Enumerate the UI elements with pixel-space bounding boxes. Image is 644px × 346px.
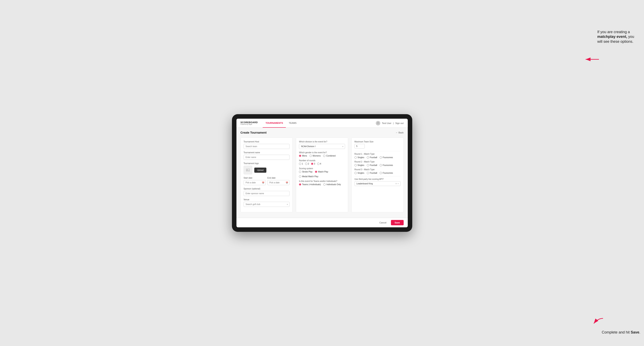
sponsor-group: Sponsor (optional) (244, 188, 290, 196)
scoring-match-radio[interactable] (315, 171, 317, 173)
round2-options: Singles Fourball Foursomes (354, 164, 400, 166)
r3-foursomes[interactable]: Foursomes (380, 172, 393, 174)
r3-singles[interactable]: Singles (354, 172, 364, 174)
cancel-button[interactable]: Cancel (377, 220, 389, 225)
scoring-stroke-radio[interactable] (299, 171, 301, 173)
division-label: Which division is the event for? (299, 141, 345, 143)
gender-womens-label: Womens (313, 155, 321, 157)
nav-tabs: TOURNAMENTS TEAMS (263, 119, 376, 128)
division-select[interactable]: NCAA Division I (299, 144, 345, 149)
end-date-label: End date (268, 177, 290, 179)
round1-label: Round 1 - Match Type (354, 153, 400, 155)
round1-match-type: Round 1 - Match Type Singles Fourball (354, 153, 400, 159)
rounds-group: Number of rounds 1 2 (299, 159, 345, 165)
dates-group: Start date 📅 End date (244, 177, 290, 185)
r3-foursomes-radio[interactable] (380, 172, 382, 174)
tournament-name-group: Tournament name (244, 152, 290, 160)
round-4-radio[interactable] (317, 163, 320, 165)
avatar (376, 121, 380, 125)
r1-foursomes-radio[interactable] (380, 156, 382, 159)
round-3-radio[interactable] (311, 163, 313, 165)
venue-input[interactable] (244, 202, 290, 207)
rounds-radio-group: 1 2 3 (299, 163, 345, 165)
annotation-right-text1: If you are creating a (597, 30, 630, 34)
round2-match-type: Round 2 - Match Type Singles Fourball (354, 161, 400, 166)
gender-radio-group: Mens Womens Combined (299, 155, 345, 157)
tab-teams[interactable]: TEAMS (286, 119, 299, 128)
scoring-radio-group: Stroke Play Match Play Medal Match Play (299, 171, 345, 177)
r2-fourball-radio[interactable] (367, 164, 369, 166)
round-2[interactable]: 2 (305, 163, 309, 165)
gender-womens[interactable]: Womens (310, 155, 321, 157)
arrow-save (592, 317, 604, 326)
max-team-size-label: Maximum Team Size (354, 141, 400, 143)
page-wrapper: SCOREBOARD Powered by clippit TOURNAMENT… (0, 0, 644, 346)
gender-label: Which gender is the event for? (299, 152, 345, 154)
individuals-radio[interactable] (323, 183, 326, 185)
round3-label: Round 3 - Match Type (354, 169, 400, 171)
tournament-host-input[interactable] (244, 144, 290, 149)
tournament-host-label: Tournament Host (244, 141, 290, 143)
division-select-wrap: NCAA Division I (299, 144, 345, 149)
round-1-radio[interactable] (299, 163, 301, 165)
scoring-label: Scoring system (299, 167, 345, 170)
individuals-option[interactable]: Individuals Only (323, 183, 341, 185)
logo-sub: Powered by clippit (240, 124, 258, 125)
scoring-stroke[interactable]: Stroke Play (299, 171, 312, 173)
scoring-medal-radio[interactable] (299, 175, 301, 177)
r2-fourball[interactable]: Fourball (367, 164, 377, 166)
gender-mens[interactable]: Mens (299, 155, 307, 157)
r3-fourball-radio[interactable] (367, 172, 369, 174)
tablet-device: SCOREBOARD Powered by clippit TOURNAMENT… (232, 114, 412, 232)
gender-mens-radio[interactable] (299, 155, 301, 157)
teams-option[interactable]: Teams (+Individuals) (299, 183, 321, 185)
scoring-medal[interactable]: Medal Match Play (299, 175, 318, 177)
logo-text: SCOREBOARD (240, 121, 258, 124)
r2-foursomes[interactable]: Foursomes (380, 164, 393, 166)
round-3[interactable]: 3 (311, 163, 315, 165)
scoring-match[interactable]: Match Play (315, 171, 328, 173)
tournament-logo-group: Tournament logo Upload (244, 162, 290, 174)
gender-combined[interactable]: Combined (323, 155, 336, 157)
r1-singles[interactable]: Singles (354, 156, 364, 159)
user-name: Test User (382, 122, 391, 124)
r1-foursomes[interactable]: Foursomes (380, 156, 393, 159)
sign-out-link[interactable]: Sign out (395, 122, 404, 124)
tournament-name-label: Tournament name (244, 152, 290, 154)
api-select-wrap[interactable]: Leaderboard King ✕ ▾ (354, 181, 400, 186)
max-team-size-group: Maximum Team Size (354, 141, 400, 149)
r2-singles-radio[interactable] (354, 164, 357, 166)
save-button[interactable]: Save (391, 220, 404, 225)
sponsor-input[interactable] (244, 191, 290, 196)
page-header: Create Tournament ← Back (240, 131, 404, 134)
gender-womens-radio[interactable] (310, 155, 312, 157)
arrow-matchplay (584, 55, 600, 63)
round3-options: Singles Fourball Foursomes (354, 172, 400, 174)
end-date-wrap: 📅 (268, 180, 290, 185)
form-col2: Which division is the event for? NCAA Di… (296, 138, 348, 212)
gender-mens-label: Mens (302, 155, 307, 157)
back-link[interactable]: ← Back (396, 131, 404, 134)
tournament-name-input[interactable] (244, 155, 290, 160)
round-2-radio[interactable] (305, 163, 307, 165)
rounds-label: Number of rounds (299, 159, 345, 162)
r3-singles-radio[interactable] (354, 172, 357, 174)
logo-upload-area: Upload (244, 166, 290, 174)
r2-singles[interactable]: Singles (354, 164, 364, 166)
r1-singles-radio[interactable] (354, 156, 357, 159)
r1-fourball[interactable]: Fourball (367, 156, 377, 159)
gender-combined-radio[interactable] (323, 155, 326, 157)
api-close-icon[interactable]: ✕ (395, 182, 397, 185)
annotation-matchplay-bold: matchplay event, (597, 35, 627, 39)
api-group: Use third-party live scoring API? Leader… (354, 178, 400, 186)
r3-fourball[interactable]: Fourball (367, 172, 377, 174)
tab-tournaments[interactable]: TOURNAMENTS (263, 119, 286, 128)
max-team-size-input[interactable] (354, 144, 365, 149)
r1-fourball-radio[interactable] (367, 156, 369, 159)
upload-button[interactable]: Upload (254, 168, 266, 173)
teams-radio[interactable] (299, 183, 301, 185)
api-label: Use third-party live scoring API? (354, 178, 400, 180)
round-4[interactable]: 4 (317, 163, 321, 165)
round-1[interactable]: 1 (299, 163, 303, 165)
r2-foursomes-radio[interactable] (380, 164, 382, 166)
